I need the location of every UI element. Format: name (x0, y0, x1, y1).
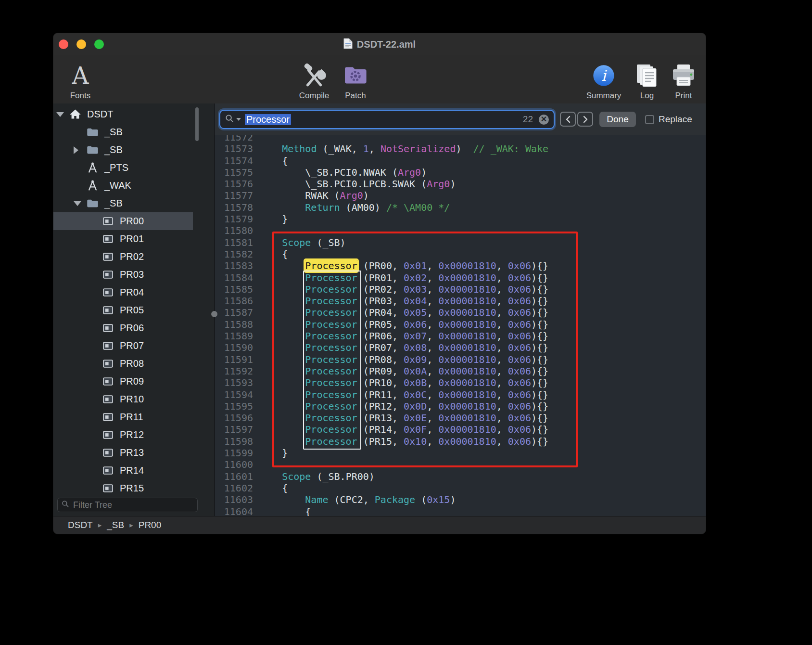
code-line[interactable]: 11584 Processor (PR01, 0x02, 0x00001810,… (215, 272, 706, 284)
filter-tree-input[interactable] (72, 500, 193, 511)
code-line[interactable]: 11587 Processor (PR04, 0x05, 0x00001810,… (215, 307, 706, 318)
sidebar-scrollbar[interactable] (195, 107, 199, 141)
code-line[interactable]: 11578 Return (AM00) /* \AM00 */ (215, 202, 706, 213)
tree-item-pr01[interactable]: PR01 (53, 230, 193, 248)
code-line[interactable]: 11583 Processor (PR00, 0x01, 0x00001810,… (215, 260, 706, 271)
tree-item-wak[interactable]: _WAK (53, 177, 193, 194)
code-text: Processor (PR15, 0x10, 0x00001810, 0x06)… (259, 436, 548, 447)
code-line[interactable]: 11585 Processor (PR02, 0x03, 0x00001810,… (215, 284, 706, 295)
tree-item-pr02[interactable]: PR02 (53, 248, 193, 266)
code-line[interactable]: 11574 { (215, 155, 706, 167)
code-text: Method (_WAK, 1, NotSerialized) // _WAK:… (259, 143, 548, 155)
code-line[interactable]: 11602 { (215, 482, 706, 494)
tree-item-pr15[interactable]: PR15 (53, 479, 193, 497)
tree-item-pr03[interactable]: PR03 (53, 266, 193, 284)
replace-group: Replace (645, 112, 692, 127)
code-line[interactable]: 11591 Processor (PR08, 0x09, 0x00001810,… (215, 354, 706, 365)
code-line[interactable]: 11577 RWAK (Arg0) (215, 190, 706, 201)
tree-item-dsdt[interactable]: DSDT (53, 105, 193, 123)
patch-button[interactable]: Patch (337, 56, 374, 101)
code-line[interactable]: 11592 Processor (PR09, 0x0A, 0x00001810,… (215, 365, 706, 377)
code-line[interactable]: 11593 Processor (PR10, 0x0B, 0x00001810,… (215, 377, 706, 388)
line-number: 11594 (215, 389, 253, 400)
tree-item-sb[interactable]: _SB (53, 194, 193, 212)
print-button[interactable]: Print (665, 56, 702, 101)
tree-item-pr14[interactable]: PR14 (53, 462, 193, 479)
find-search-field[interactable]: Processor 22 ✕ (219, 110, 555, 129)
done-button[interactable]: Done (599, 112, 636, 127)
code-line[interactable]: 11586 Processor (PR03, 0x04, 0x00001810,… (215, 295, 706, 307)
code-line[interactable]: 11596 Processor (PR13, 0x0E, 0x00001810,… (215, 412, 706, 424)
tree-item-pr09[interactable]: PR09 (53, 373, 193, 390)
code-line[interactable]: 11603 Name (CPC2, Package (0x15) (215, 494, 706, 505)
code-line[interactable]: 11590 Processor (PR07, 0x08, 0x00001810,… (215, 342, 706, 353)
code-line[interactable]: 11598 Processor (PR15, 0x10, 0x00001810,… (215, 436, 706, 447)
breadcrumb-item-pr00[interactable]: PR00 (139, 520, 162, 530)
code-text: Processor (PR09, 0x0A, 0x00001810, 0x06)… (259, 365, 548, 377)
code-line[interactable]: 11580 (215, 225, 706, 236)
processor-icon (102, 393, 114, 406)
tree-item-pr08[interactable]: PR08 (53, 355, 193, 373)
code-line[interactable]: 11572 (215, 135, 706, 143)
tree-item-pts[interactable]: _PTS (53, 159, 193, 177)
code-line[interactable]: 11579 } (215, 213, 706, 225)
code-line[interactable]: 11597 Processor (PR14, 0x0F, 0x00001810,… (215, 424, 706, 435)
disclosure-triangle-icon[interactable] (56, 112, 69, 117)
tree-item-label: PR08 (120, 358, 144, 369)
previous-match-button[interactable] (560, 112, 576, 127)
code-line[interactable]: 11604 { (215, 506, 706, 517)
processor-icon (102, 357, 114, 370)
find-navigation (560, 112, 593, 127)
tree-item-pr00[interactable]: PR00 (53, 212, 193, 230)
code-editor[interactable]: 1157211573 Method (_WAK, 1, NotSerialize… (215, 135, 706, 516)
search-options-caret-icon[interactable] (236, 118, 241, 121)
tree-item-pr12[interactable]: PR12 (53, 426, 193, 444)
sidebar: DSDT_SB_SB_PTS_WAK_SBPR00PR01PR02PR03PR0… (53, 103, 215, 516)
pane-divider-handle[interactable] (211, 311, 217, 317)
sidebar-tree: DSDT_SB_SB_PTS_WAK_SBPR00PR01PR02PR03PR0… (53, 105, 214, 497)
breadcrumb-item-dsdt[interactable]: DSDT (68, 520, 93, 530)
tree-item-pr10[interactable]: PR10 (53, 390, 193, 408)
line-number: 11602 (215, 482, 253, 494)
code-line[interactable]: 11582 { (215, 248, 706, 260)
line-number: 11588 (215, 319, 253, 330)
tree-item-sb[interactable]: _SB (53, 123, 193, 141)
line-number: 11572 (215, 135, 253, 143)
code-line[interactable]: 11589 Processor (PR06, 0x07, 0x00001810,… (215, 330, 706, 342)
code-line[interactable]: 11576 \_SB.PCI0.LPCB.SWAK (Arg0) (215, 178, 706, 190)
code-line[interactable]: 11573 Method (_WAK, 1, NotSerialized) //… (215, 143, 706, 155)
replace-checkbox[interactable] (645, 115, 654, 124)
code-line[interactable]: 11600 (215, 459, 706, 470)
tree-item-pr05[interactable]: PR05 (53, 301, 193, 319)
fonts-button[interactable]: A Fonts (62, 56, 99, 101)
filter-tree-field[interactable] (57, 498, 198, 512)
line-number: 11574 (215, 155, 253, 167)
next-match-button[interactable] (577, 112, 593, 127)
code-line[interactable]: 11599 } (215, 447, 706, 459)
clear-search-button[interactable]: ✕ (539, 115, 549, 125)
code-line[interactable]: 11575 \_SB.PCI0.NWAK (Arg0) (215, 167, 706, 178)
find-query-text[interactable]: Processor (245, 114, 291, 125)
tree-item-pr04[interactable]: PR04 (53, 284, 193, 301)
title-area: DSDT-22.aml (53, 33, 706, 55)
breadcrumb-separator-icon: ▸ (98, 521, 102, 529)
tree-item-pr13[interactable]: PR13 (53, 444, 193, 462)
disclosure-triangle-icon[interactable] (74, 146, 86, 154)
compile-button[interactable]: Compile (295, 56, 333, 101)
disclosure-triangle-icon[interactable] (74, 201, 86, 206)
breadcrumb-item-sb[interactable]: _SB (107, 520, 124, 530)
summary-button[interactable]: i Summary (585, 56, 622, 101)
search-icon (62, 500, 69, 510)
code-line[interactable]: 11581 Scope (_SB) (215, 237, 706, 248)
code-line[interactable]: 11595 Processor (PR12, 0x0D, 0x00001810,… (215, 400, 706, 412)
tree-item-pr06[interactable]: PR06 (53, 319, 193, 337)
tree-item-sb[interactable]: _SB (53, 141, 193, 159)
code-line[interactable]: 11594 Processor (PR11, 0x0C, 0x00001810,… (215, 389, 706, 400)
tree-item-pr07[interactable]: PR07 (53, 337, 193, 355)
log-button[interactable]: Log (630, 56, 664, 101)
code-text: Processor (PR13, 0x0E, 0x00001810, 0x06)… (259, 412, 548, 424)
code-line[interactable]: 11588 Processor (PR05, 0x06, 0x00001810,… (215, 319, 706, 330)
tree-item-pr11[interactable]: PR11 (53, 408, 193, 426)
code-line[interactable]: 11601 Scope (_SB.PR00) (215, 471, 706, 482)
line-number: 11581 (215, 237, 253, 248)
